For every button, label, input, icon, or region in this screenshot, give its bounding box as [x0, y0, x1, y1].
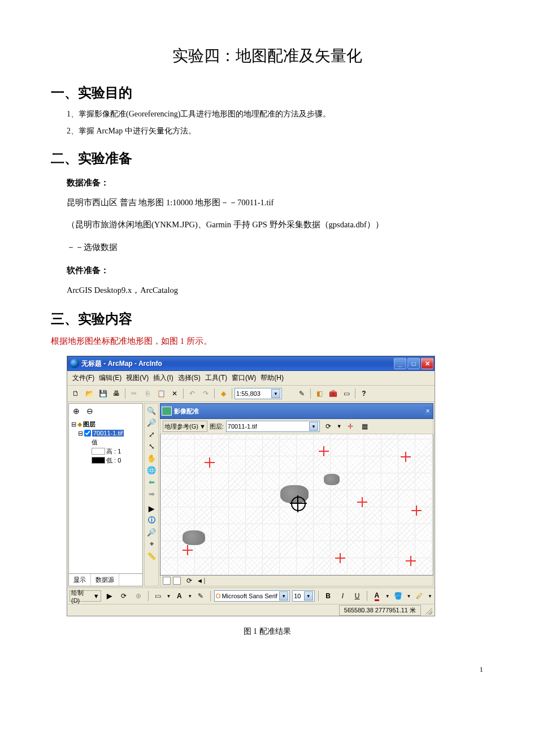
draw-menu[interactable]: 绘制(D)▼: [70, 590, 101, 602]
swprep-1: ArcGIS Desktop9.x，ArcCatalog: [67, 283, 483, 299]
text-icon[interactable]: A: [173, 590, 185, 602]
georef-toolbar-title[interactable]: 影像配准 ×: [160, 403, 433, 419]
menu-tools[interactable]: 工具(T): [203, 373, 229, 383]
copy-icon[interactable]: ⎘: [141, 387, 154, 400]
find-icon[interactable]: 🔎: [146, 526, 157, 538]
toc-add-icon[interactable]: ⊕: [70, 405, 83, 417]
edit-vertices-icon[interactable]: ✎: [194, 590, 207, 602]
menu-file[interactable]: 文件(F): [71, 373, 96, 383]
map-canvas[interactable]: [160, 434, 433, 576]
maximize-button[interactable]: □: [407, 358, 420, 369]
zoom-shape-icon[interactable]: ⊕: [132, 590, 145, 602]
prev-extent-icon[interactable]: ⬅: [146, 476, 157, 487]
undo-icon[interactable]: ↶: [186, 387, 198, 400]
paste-icon[interactable]: 📋: [155, 387, 167, 400]
cmd-icon[interactable]: ▭: [340, 387, 353, 400]
data-view-tab[interactable]: [163, 577, 171, 585]
menu-edit[interactable]: 编辑(E): [97, 373, 123, 383]
arcmap-window: 无标题 - ArcMap - ArcInfo _ □ ✕ 文件(F) 编辑(E)…: [67, 356, 435, 616]
font-combo[interactable]: O Microsoft Sans Serif ▼: [214, 590, 290, 602]
select-icon[interactable]: ▶: [146, 503, 157, 514]
map-view-tabs: ⟳ ◀ │: [160, 576, 433, 586]
scale-combo[interactable]: 1:55,803 ▼: [235, 388, 282, 399]
menu-insert[interactable]: 插入(I): [151, 373, 175, 383]
menu-bar: 文件(F) 编辑(E) 视图(V) 插入(I) 选择(S) 工具(T) 窗口(W…: [67, 371, 435, 386]
zoom-out-icon[interactable]: 🔎: [146, 417, 157, 428]
add-data-icon[interactable]: ◆: [217, 387, 229, 400]
close-button[interactable]: ✕: [421, 358, 433, 369]
gcp-marker: [401, 452, 411, 462]
refresh-icon[interactable]: ⟳: [183, 574, 196, 587]
full-extent-icon[interactable]: 🌐: [146, 464, 157, 476]
toc-tab-display[interactable]: 显示: [69, 574, 91, 586]
arccatalog-icon[interactable]: ◧: [313, 387, 325, 400]
help-icon[interactable]: ?: [358, 387, 370, 400]
open-icon[interactable]: 📂: [83, 387, 95, 400]
delete-icon[interactable]: ✕: [168, 387, 181, 400]
rectangle-icon[interactable]: ▭: [152, 590, 164, 602]
minimize-button[interactable]: _: [394, 358, 406, 369]
fixed-zoom-in-icon[interactable]: ⤢: [146, 429, 157, 440]
italic-icon[interactable]: I: [337, 590, 349, 602]
georef-close-icon[interactable]: ×: [424, 407, 432, 415]
zoom-in-icon[interactable]: 🔍: [146, 405, 157, 416]
add-control-points-icon[interactable]: ✛: [344, 420, 357, 433]
toc-layer-item[interactable]: ⊟ 70011-1.tif: [71, 429, 140, 438]
underline-icon[interactable]: U: [351, 590, 363, 602]
toc-tab-source[interactable]: 数据源: [91, 574, 119, 586]
dropdown-icon[interactable]: ▼: [279, 591, 288, 601]
rotate-icon[interactable]: ⟳: [322, 420, 335, 433]
layer-visibility-checkbox[interactable]: [84, 430, 91, 437]
print-icon[interactable]: 🖶: [110, 387, 123, 400]
purpose-item-1: 1、掌握影像配准(Georeferencing)工具进行地形图的地理配准的方法及…: [67, 107, 483, 121]
font-color-icon[interactable]: A: [371, 590, 383, 602]
workspace: ⊕ ⊖ ⊟ ◆ 图层 ⊟ 70011-1.tif 值: [67, 402, 435, 587]
new-icon[interactable]: 🗋: [70, 387, 82, 400]
layer-label: 图层:: [210, 422, 224, 431]
select-elements-icon[interactable]: ▶: [103, 590, 116, 602]
rotate-element-icon[interactable]: ⟳: [118, 590, 130, 602]
toc-remove-icon[interactable]: ⊖: [84, 405, 96, 417]
toc-root[interactable]: ⊟ ◆ 图层: [71, 420, 140, 429]
toc-layer-name: 70011-1.tif: [92, 430, 124, 437]
menu-view[interactable]: 视图(V): [124, 373, 150, 383]
bold-icon[interactable]: B: [322, 590, 335, 602]
doc-title: 实验四：地图配准及矢量化: [51, 45, 483, 67]
save-icon[interactable]: 💾: [97, 387, 109, 400]
menu-select[interactable]: 选择(S): [176, 373, 202, 383]
h1-purpose: 一、实验目的: [51, 84, 483, 102]
arctoolbox-icon[interactable]: 🧰: [327, 387, 339, 400]
dropdown-icon[interactable]: ▼: [271, 389, 280, 398]
georef-layer-combo[interactable]: 70011-1.tif ▼: [226, 421, 320, 432]
identify-icon[interactable]: ⓘ: [146, 515, 157, 526]
content-p: 根据地形图坐标配准地形图，如图 1 所示。: [51, 334, 483, 349]
menu-window[interactable]: 窗口(W): [230, 373, 258, 383]
fixed-zoom-out-icon[interactable]: ⤡: [146, 440, 157, 452]
georef-title-text: 影像配准: [174, 407, 199, 416]
layout-view-tab[interactable]: [173, 577, 181, 585]
page-number: 1: [51, 665, 483, 674]
line-color-icon[interactable]: 🖊: [413, 590, 426, 602]
fill-color-icon[interactable]: 🪣: [392, 590, 405, 602]
cut-icon[interactable]: ✂: [128, 387, 140, 400]
editor-icon[interactable]: ✎: [296, 387, 308, 400]
redo-icon[interactable]: ↷: [199, 387, 212, 400]
next-extent-icon[interactable]: ➡: [146, 488, 157, 499]
fontsize-combo[interactable]: 10 ▼: [292, 590, 315, 602]
measure-icon[interactable]: 📏: [146, 550, 157, 561]
gcp-marker: [205, 457, 215, 468]
link-table-icon[interactable]: ▦: [359, 420, 371, 433]
dropdown-icon[interactable]: ▼: [309, 422, 318, 431]
dropdown-icon[interactable]: ▼: [304, 591, 313, 601]
goto-xy-icon[interactable]: ⌖: [146, 538, 157, 550]
resize-grip-icon[interactable]: [423, 606, 432, 615]
gcp-marker: [406, 556, 416, 566]
georef-menu[interactable]: 地理参考(G)▼: [163, 421, 207, 432]
standard-toolbar: 🗋 📂 💾 🖶 ✂ ⎘ 📋 ✕ ↶ ↷ ◆ 1:55,803 ▼ ✎ ◧ 🧰: [67, 386, 435, 402]
tools-toolbar: 🔍 🔎 ⤢ ⤡ ✋ 🌐 ⬅ ➡ ▶ ⓘ 🔎 ⌖ 📏: [144, 403, 159, 586]
titlebar: 无标题 - ArcMap - ArcInfo _ □ ✕: [67, 356, 435, 371]
pan-icon[interactable]: ✋: [146, 452, 157, 464]
figure-caption: 图 1 配准结果: [51, 627, 483, 637]
menu-help[interactable]: 帮助(H): [259, 373, 285, 383]
font-icon: O: [216, 593, 221, 599]
